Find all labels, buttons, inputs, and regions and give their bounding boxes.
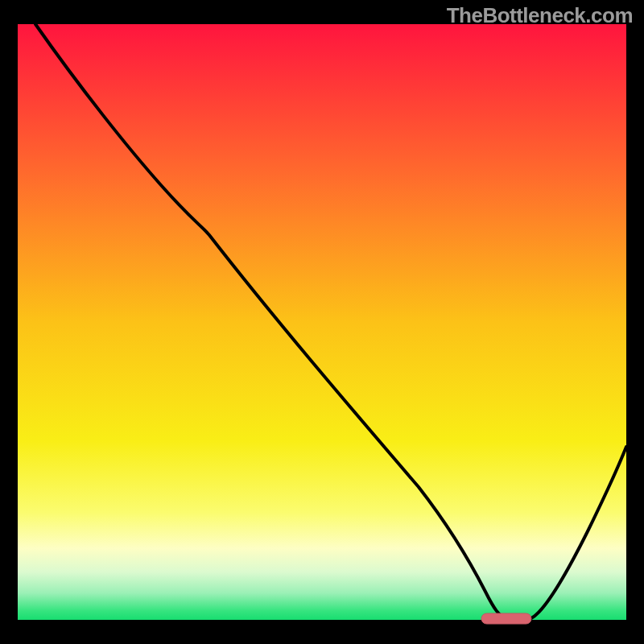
optimum-marker bbox=[481, 613, 531, 624]
chart-container: TheBottleneck.com bbox=[0, 0, 644, 644]
plot-area bbox=[18, 24, 626, 620]
bottleneck-chart bbox=[0, 0, 644, 644]
watermark-text: TheBottleneck.com bbox=[447, 3, 633, 28]
